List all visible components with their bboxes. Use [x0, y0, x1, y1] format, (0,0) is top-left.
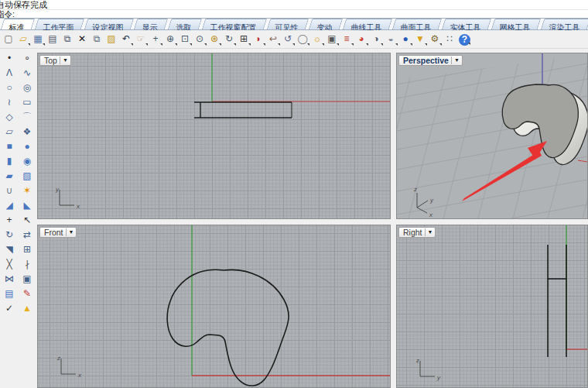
chevron-down-icon[interactable]: ▼	[454, 56, 460, 65]
chevron-down-icon[interactable]: ▼	[428, 228, 433, 237]
paste-icon[interactable]: ▨	[104, 32, 118, 46]
open-file-icon[interactable]: ▱	[16, 32, 30, 46]
circle-icon[interactable]: ○	[1, 81, 18, 94]
cylinder-icon[interactable]: ▮	[1, 154, 18, 168]
svg-text:z: z	[56, 355, 60, 362]
axis-indicator: z y	[415, 357, 441, 381]
print-icon[interactable]: ▤	[46, 32, 60, 46]
zoom-icon[interactable]: ⊕	[163, 32, 177, 46]
group-icon[interactable]: ▣	[19, 272, 36, 286]
help-icon[interactable]: ?	[459, 34, 470, 46]
check-objects-icon[interactable]: ✓	[1, 301, 18, 315]
ghosted-mode-icon[interactable]: ◒	[384, 32, 398, 46]
surface-corner-icon[interactable]: ▱	[1, 125, 18, 139]
object-visibility-icon[interactable]: ☼	[310, 32, 324, 46]
copy-icon[interactable]: ⧉	[90, 32, 104, 46]
zoom-selected-icon[interactable]: ⊙	[193, 32, 207, 46]
layers-icon[interactable]: ≡	[340, 32, 354, 46]
viewport-label-front[interactable]: Front ▼	[39, 227, 77, 238]
sphere-icon[interactable]: ●	[19, 139, 36, 153]
tab-transform[interactable]: 变动	[309, 19, 344, 29]
closed-blob-curve[interactable]	[167, 270, 289, 386]
redo-view-icon[interactable]: ↺	[281, 32, 295, 46]
zoom-extents-icon[interactable]: ⊛	[207, 32, 221, 46]
tab-render-tools[interactable]: 渲染工具	[541, 19, 588, 29]
chamfer-edge-icon[interactable]: ◣	[19, 198, 36, 212]
fillet-edge-icon[interactable]: ◢	[1, 198, 18, 212]
tab-visibility[interactable]: 可见性	[267, 19, 309, 29]
shade-mode-icon[interactable]: ◑	[369, 32, 383, 46]
undo-view-icon[interactable]: ↩	[266, 32, 280, 46]
viewport-label-perspective[interactable]: Perspective ▼	[398, 55, 463, 66]
box-icon[interactable]: ■	[1, 139, 18, 153]
boolean-union-icon[interactable]: ∪	[1, 184, 18, 197]
extrude-solid-icon[interactable]: ▰	[1, 169, 18, 183]
curve-interpolate-icon[interactable]: ∿	[19, 66, 36, 80]
tab-viewport-layout[interactable]: 工作视窗配置	[202, 19, 268, 29]
viewport-label-right[interactable]: Right ▼	[398, 227, 436, 238]
shaded-viewport-icon[interactable]: ◗	[251, 32, 265, 46]
scale-icon[interactable]: ◥	[1, 242, 18, 256]
array-icon[interactable]: ⊞	[19, 242, 36, 256]
undo-icon[interactable]: ↶	[119, 32, 133, 46]
arc-icon[interactable]: ⌒	[19, 110, 36, 124]
extrusion-top-view-edges[interactable]	[194, 102, 292, 118]
pan-icon[interactable]: ☞	[134, 32, 148, 46]
render-cone-icon[interactable]: ▲	[19, 301, 36, 315]
tab-cplane[interactable]: 工作平面	[35, 19, 85, 29]
duplicate-page-icon[interactable]: ⧉	[60, 32, 74, 46]
drag-orient-icon[interactable]: ↖	[19, 213, 36, 227]
tab-curve-tools[interactable]: 曲线工具	[343, 19, 393, 29]
render-icon[interactable]: ◕	[354, 32, 368, 46]
freeform-curve-icon[interactable]: ≀	[1, 95, 18, 109]
lock-objects-icon[interactable]: ▣	[325, 32, 339, 46]
viewport-label-top[interactable]: Top ▼	[39, 55, 71, 66]
tab-surface-tools[interactable]: 曲面工具	[392, 19, 443, 29]
polygon-icon[interactable]: ◇	[1, 110, 18, 124]
layer-tool-icon[interactable]: ▤	[1, 287, 18, 300]
zoom-window-icon[interactable]: ⊡	[178, 32, 192, 46]
join-icon[interactable]: ⋈	[1, 272, 18, 286]
single-point-icon[interactable]: ∘	[19, 51, 36, 65]
tab-mesh-tools[interactable]: 网格工具	[491, 19, 542, 29]
svg-text:y: y	[436, 374, 441, 381]
explode-icon[interactable]: ✶	[19, 184, 36, 197]
annotate-pencil-icon[interactable]: ✎	[19, 287, 36, 300]
set-cplane-icon[interactable]: ◯	[296, 32, 309, 46]
tube-icon[interactable]: ◉	[19, 154, 36, 168]
mirror-icon[interactable]: ⇄	[19, 228, 36, 242]
viewport-right[interactable]: z y Right ▼	[396, 225, 588, 388]
ellipse-icon[interactable]: ◎	[19, 81, 36, 94]
move-icon[interactable]: +	[1, 213, 18, 227]
chevron-down-icon[interactable]: ▼	[63, 56, 68, 65]
extrusion-right-view-edges[interactable]	[548, 245, 566, 357]
selection-filter-icon[interactable]: ▼	[413, 32, 427, 46]
viewport-top[interactable]: y x Top ▼	[37, 53, 391, 219]
dynamic-zoom-icon[interactable]: +	[149, 32, 162, 46]
delete-icon[interactable]: ✕	[75, 32, 89, 46]
tab-display[interactable]: 显示	[134, 19, 169, 29]
command-prompt[interactable]: 指令:	[0, 10, 588, 19]
split-icon[interactable]: ∤	[19, 257, 36, 271]
tab-select[interactable]: 选取	[168, 19, 203, 29]
viewport-layout-icon[interactable]: ⊞	[237, 32, 251, 46]
tab-set-view[interactable]: 设定视图	[84, 19, 135, 29]
cap-solid-icon[interactable]: ▧	[19, 169, 36, 183]
point-icon[interactable]: •	[1, 51, 18, 65]
surface-patch-icon[interactable]: ❖	[19, 125, 36, 139]
boxedit-icon[interactable]: ∷	[443, 32, 456, 46]
tab-solid-tools[interactable]: 实体工具	[442, 19, 492, 29]
rotate-icon[interactable]: ↻	[1, 228, 18, 242]
trim-icon[interactable]: ╳	[1, 257, 18, 271]
rectangle-icon[interactable]: ▭	[19, 95, 36, 109]
viewport-front[interactable]: z x Front ▼	[37, 225, 391, 388]
new-file-icon[interactable]: ▢	[2, 32, 15, 46]
save-icon[interactable]: ▦	[31, 32, 45, 46]
tab-standard[interactable]: 标准	[1, 19, 36, 29]
chevron-down-icon[interactable]: ▼	[69, 228, 74, 237]
viewport-perspective[interactable]: z y x Perspective ▼	[396, 53, 588, 219]
polyline-icon[interactable]: Λ	[1, 66, 18, 80]
rotate-view-icon[interactable]: ↻	[222, 32, 236, 46]
rendered-mode-icon[interactable]: ●	[398, 32, 412, 46]
options-gear-icon[interactable]: ⚙	[428, 32, 442, 46]
